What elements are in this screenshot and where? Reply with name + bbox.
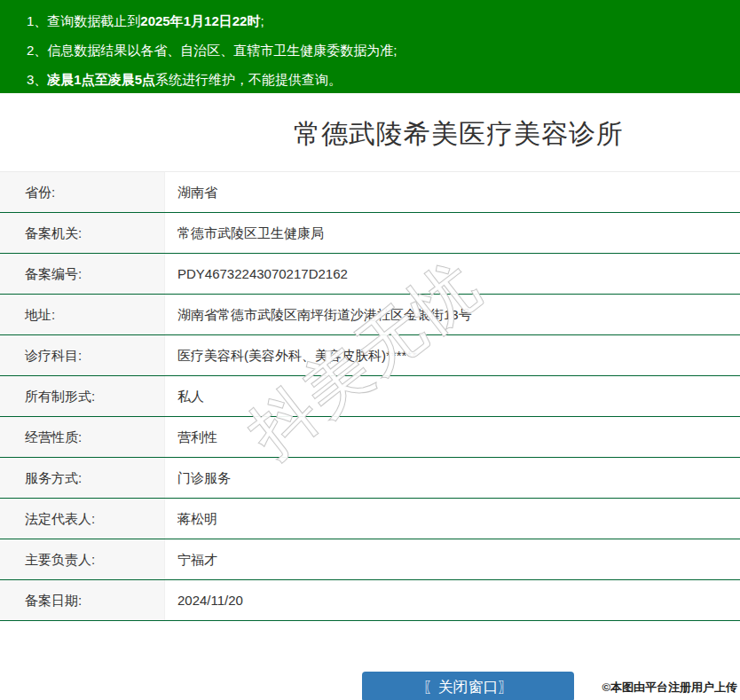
row-label: 主要负责人: — [0, 539, 165, 579]
notice-1-text: 查询数据截止到 — [47, 13, 140, 28]
row-label: 诊疗科目: — [0, 335, 165, 375]
notice-1-bold: 2025年1月12日22时 — [140, 13, 260, 28]
table-row: 备案机关: 常德市武陵区卫生健康局 — [0, 213, 740, 254]
row-value: 湖南省 — [165, 172, 740, 212]
table-row: 经营性质: 营利性 — [0, 417, 740, 458]
table-row: 省份: 湖南省 — [0, 172, 740, 213]
row-value: 私人 — [165, 376, 740, 416]
row-value: 湖南省常德市武陵区南坪街道沙港社区金银街13号 — [165, 295, 740, 334]
row-label: 地址: — [0, 295, 165, 334]
notice-1-number: 1、 — [27, 13, 47, 28]
row-value: 常德市武陵区卫生健康局 — [165, 213, 740, 253]
row-label: 省份: — [0, 172, 165, 212]
notice-1-suffix: ; — [260, 13, 264, 28]
table-row: 服务方式: 门诊服务 — [0, 458, 740, 499]
row-label: 备案机关: — [0, 213, 165, 253]
table-row: 所有制形式: 私人 — [0, 376, 740, 417]
row-value: 2024/11/20 — [165, 580, 740, 620]
row-value: 营利性 — [165, 417, 740, 457]
row-label: 法定代表人: — [0, 499, 165, 539]
notice-line-2: 2、信息数据结果以各省、自治区、直辖市卫生健康委数据为准; — [27, 35, 731, 65]
page-title: 常德武陵希美医疗美容诊所 — [0, 93, 740, 171]
table-row: 备案编号: PDY46732243070217D2162 — [0, 254, 740, 295]
close-window-button[interactable]: 〖关闭窗口〗 — [362, 672, 574, 700]
row-value: PDY46732243070217D2162 — [165, 254, 740, 294]
row-label: 备案编号: — [0, 254, 165, 294]
notice-2-number: 2、 — [27, 43, 47, 58]
row-label: 所有制形式: — [0, 376, 165, 416]
row-value: 医疗美容科(美容外科、美容皮肤科)****** — [165, 335, 740, 375]
row-value: 蒋松明 — [165, 499, 740, 539]
notice-banner: 1、查询数据截止到2025年1月12日22时; 2、信息数据结果以各省、自治区、… — [0, 0, 740, 93]
table-row: 法定代表人: 蒋松明 — [0, 499, 740, 539]
table-row: 备案日期: 2024/11/20 — [0, 580, 740, 621]
table-row: 诊疗科目: 医疗美容科(美容外科、美容皮肤科)****** — [0, 335, 740, 376]
notice-3-bold: 凌晨1点至凌晨5点 — [47, 72, 155, 87]
notice-3-number: 3、 — [27, 72, 47, 87]
row-value: 门诊服务 — [165, 458, 740, 498]
page: 1、查询数据截止到2025年1月12日22时; 2、信息数据结果以各省、自治区、… — [0, 0, 740, 700]
notice-line-1: 1、查询数据截止到2025年1月12日22时; — [27, 6, 731, 35]
table-row: 主要负责人: 宁福才 — [0, 539, 740, 580]
table-row: 地址: 湖南省常德市武陵区南坪街道沙港社区金银街13号 — [0, 295, 740, 335]
notice-2-text: 信息数据结果以各省、自治区、直辖市卫生健康委数据为准; — [47, 43, 397, 58]
notice-line-3: 3、凌晨1点至凌晨5点系统进行维护，不能提供查询。 — [27, 65, 731, 94]
row-value: 宁福才 — [165, 539, 740, 579]
row-label: 备案日期: — [0, 580, 165, 620]
row-label: 经营性质: — [0, 417, 165, 457]
copyright-note: ©本图由平台注册用户上传 — [602, 680, 737, 696]
notice-3-suffix: 系统进行维护，不能提供查询。 — [155, 72, 342, 87]
record-detail-table: 省份: 湖南省 备案机关: 常德市武陵区卫生健康局 备案编号: PDY46732… — [0, 171, 740, 621]
row-label: 服务方式: — [0, 458, 165, 498]
